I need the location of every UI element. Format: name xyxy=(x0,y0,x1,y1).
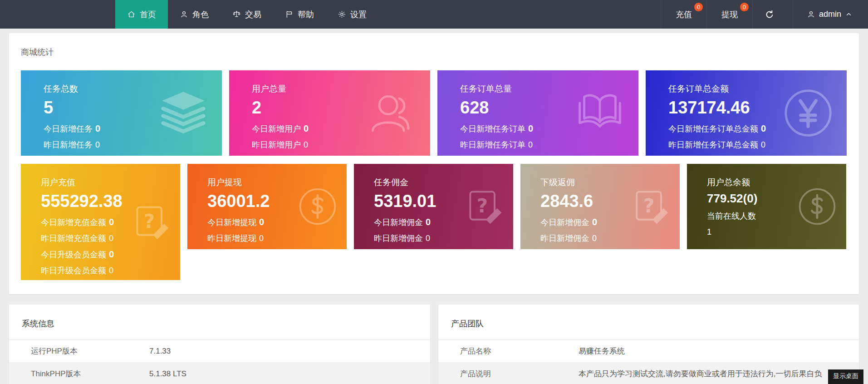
row-value: 易赚任务系统 xyxy=(579,346,636,356)
table-row: 产品名称易赚任务系统 xyxy=(438,340,859,363)
table-row: ThinkPHP版本5.1.38 LTS xyxy=(9,363,430,384)
withdraw-badge: 0 xyxy=(740,3,749,11)
panel-title: 产品团队 xyxy=(438,305,859,340)
user-menu[interactable]: admin xyxy=(793,0,868,29)
card-line-value: 0 xyxy=(592,217,597,227)
card-line-value: 0 xyxy=(109,249,114,259)
row-label: 运行PHP版本 xyxy=(9,346,149,356)
table-row: 运行PHP版本7.1.33 xyxy=(9,340,430,363)
nav-item-trade[interactable]: 交易 xyxy=(221,0,273,29)
stat-card-task-orders-total: 任务订单总量628今日新增任务订单0昨日新增任务订单0 xyxy=(437,70,638,156)
nav-item-help[interactable]: 帮助 xyxy=(273,0,326,29)
book-icon xyxy=(573,86,627,140)
cards-row-1: 任务总数5今日新增任务0昨日新增任务0用户总量2今日新增用户0昨日新增用户0任务… xyxy=(21,70,847,156)
navbar: 首页角色交易帮助设置 充值0提现0 admin xyxy=(0,0,868,29)
scales-icon xyxy=(232,10,241,19)
card-line-value: 0 xyxy=(528,123,533,133)
card-line-value: 0 xyxy=(426,217,431,227)
nav-item-roles[interactable]: 角色 xyxy=(168,0,221,29)
stats-panel: 商城统计 任务总数5今日新增任务0昨日新增任务0用户总量2今日新增用户0昨日新增… xyxy=(9,33,859,294)
card-line-value: 0 xyxy=(109,266,113,275)
refresh-icon xyxy=(765,10,775,20)
user-name: admin xyxy=(819,10,841,19)
nav-action-label: 充值 xyxy=(676,9,692,20)
nav-item-label: 角色 xyxy=(192,9,209,20)
people-icon xyxy=(365,86,418,140)
card-line: 昨日新增任务订单0 xyxy=(460,140,638,150)
stat-card-user-withdraw: 用户提现36001.2今日新增提现0昨日新增提现0 xyxy=(187,164,347,249)
card-line-label: 今日新增用户 xyxy=(252,124,301,133)
recharge-badge: 0 xyxy=(694,3,703,11)
card-line: 昨日新增任务0 xyxy=(44,140,222,150)
card-line-value: 0 xyxy=(592,234,597,243)
home-icon xyxy=(127,10,136,19)
svg-text:?: ? xyxy=(477,195,488,217)
card-line-value: 0 xyxy=(528,140,533,149)
logo-area xyxy=(0,0,115,29)
row-value: 5.1.38 LTS xyxy=(149,369,197,379)
yen-circle-icon xyxy=(781,86,835,140)
table-row: 产品说明本产品只为学习测试交流,请勿要做商业或者用于违法行为,一切后果自负 xyxy=(438,363,859,384)
card-line-label: 昨日新增佣金 xyxy=(540,234,589,243)
doc-question-icon: ? xyxy=(130,201,172,243)
nav-menu: 首页角色交易帮助设置 xyxy=(115,0,378,29)
refresh-button[interactable] xyxy=(752,0,786,29)
card-line-label: 昨日新增用户 xyxy=(252,140,301,149)
nav-item-label: 交易 xyxy=(245,9,261,20)
card-line: 1 xyxy=(707,227,846,237)
stat-card-task-orders-amount: 任务订单总金额137174.46今日新增任务订单总金额0昨日新增任务订单总金额0 xyxy=(646,70,847,156)
dollar-circle-icon xyxy=(297,186,338,227)
card-line-value: 0 xyxy=(95,140,100,149)
panel-title: 系统信息 xyxy=(9,305,430,340)
cards-row-2: 用户充值555292.38今日新增充值金额0昨日新增充值金额0今日升级会员金额0… xyxy=(21,164,847,280)
product-team-panel: 产品团队 产品名称易赚任务系统产品说明本产品只为学习测试交流,请勿要做商业或者用… xyxy=(438,305,859,384)
card-line-value: 0 xyxy=(761,140,765,149)
card-title: 用户充值 xyxy=(41,177,180,188)
bottom-row: 系统信息 运行PHP版本7.1.33ThinkPHP版本5.1.38 LTS 产… xyxy=(9,305,859,384)
card-line-label: 今日新增任务订单 xyxy=(460,124,525,133)
card-line-value: 0 xyxy=(95,123,100,133)
system-info-panel: 系统信息 运行PHP版本7.1.33ThinkPHP版本5.1.38 LTS xyxy=(9,305,430,384)
card-line-label: 昨日升级会员金额 xyxy=(41,266,106,275)
card-line-label: 今日升级会员金额 xyxy=(41,250,106,259)
card-line: 昨日新增任务订单总金额0 xyxy=(668,140,847,150)
recharge-button[interactable]: 充值0 xyxy=(661,0,706,29)
row-value: 7.1.33 xyxy=(149,347,181,356)
user-icon xyxy=(807,10,815,19)
stat-card-user-recharge: 用户充值555292.38今日新增充值金额0昨日新增充值金额0今日升级会员金额0… xyxy=(21,164,180,280)
card-line-value: 0 xyxy=(109,234,113,243)
card-line-label: 今日新增任务 xyxy=(44,124,93,133)
row-label: 产品说明 xyxy=(438,369,579,379)
nav-item-label: 设置 xyxy=(350,9,367,20)
stat-card-users-total: 用户总量2今日新增用户0昨日新增用户0 xyxy=(229,70,430,156)
layers-icon xyxy=(157,86,210,140)
nav-item-home[interactable]: 首页 xyxy=(115,0,168,29)
doc-question-icon: ? xyxy=(463,186,505,227)
show-desktop-hint[interactable]: 显示桌面 xyxy=(828,369,863,384)
stats-title: 商城统计 xyxy=(21,47,847,58)
card-line-value: 0 xyxy=(259,234,264,243)
stat-card-tasks-total: 任务总数5今日新增任务0昨日新增任务0 xyxy=(21,70,222,156)
nav-item-settings[interactable]: 设置 xyxy=(326,0,378,29)
card-line-label: 今日新增充值金额 xyxy=(41,218,106,227)
stat-card-task-commission: 任务佣金5319.01今日新增佣金0昨日新增佣金0? xyxy=(354,164,513,249)
product-team-table: 产品名称易赚任务系统产品说明本产品只为学习测试交流,请勿要做商业或者用于违法行为… xyxy=(438,340,859,384)
card-line-value: 0 xyxy=(426,234,430,243)
card-line-value: 0 xyxy=(259,217,264,227)
chevron-up-icon xyxy=(845,10,853,18)
svg-text:?: ? xyxy=(144,210,155,232)
card-line: 昨日新增提现0 xyxy=(207,233,347,243)
card-line-label: 昨日新增任务订单 xyxy=(460,140,525,149)
card-line-label: 昨日新增充值金额 xyxy=(41,234,106,243)
withdraw-button[interactable]: 提现0 xyxy=(706,0,752,29)
card-line: 昨日新增佣金0 xyxy=(540,233,680,243)
card-line-value: 0 xyxy=(109,217,114,227)
card-line: 昨日升级会员金额0 xyxy=(41,266,180,276)
doc-question-icon: ? xyxy=(630,186,672,227)
svg-text:?: ? xyxy=(643,195,654,217)
card-line-label: 今日新增佣金 xyxy=(540,218,589,227)
card-line-value: 0 xyxy=(304,123,309,133)
stat-card-sub-rebate: 下级返佣2843.6今日新增佣金0昨日新增佣金0? xyxy=(520,164,680,249)
row-label: ThinkPHP版本 xyxy=(9,369,149,379)
row-value: 本产品只为学习测试交流,请勿要做商业或者用于违法行为,一切后果自负 xyxy=(579,369,833,379)
